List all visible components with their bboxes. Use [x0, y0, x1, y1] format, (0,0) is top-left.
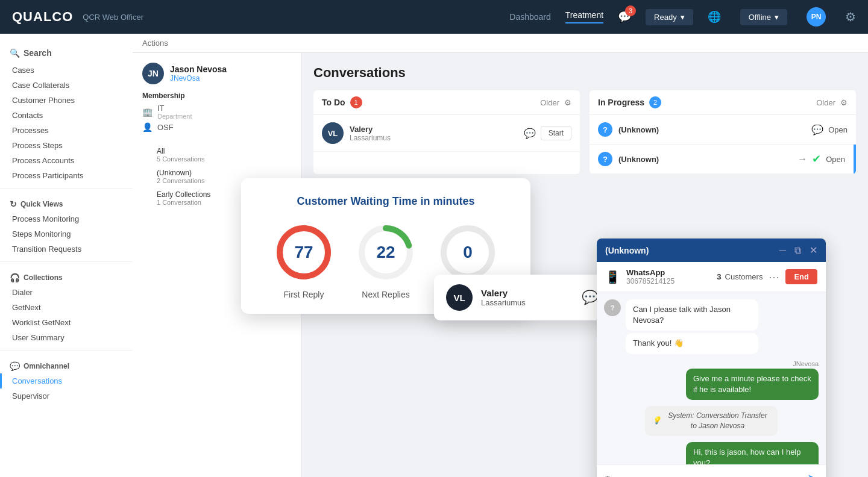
- msg-bubble-4: Hi, this is jason, how can I help you?: [686, 442, 819, 464]
- inprogress-item-q-2: ?: [598, 152, 612, 166]
- sidebar-item-worklist-getnext[interactable]: Worklist GetNext: [0, 315, 133, 330]
- inprogress-item-q-1: ?: [598, 122, 612, 137]
- msg-bubble-1: Can I please talk with Jason Nevosa?: [626, 299, 758, 331]
- message-system: 💡 System: Conversation Transfer to Jason…: [604, 406, 819, 436]
- role-icon: 👤: [142, 122, 153, 132]
- todo-older-label[interactable]: Older: [540, 98, 559, 107]
- sidebar-item-process-participants[interactable]: Process Participants: [0, 168, 133, 183]
- ready-button[interactable]: Ready ▾: [646, 9, 693, 25]
- inprogress-open-btn-1[interactable]: Open: [828, 125, 848, 134]
- todo-start-button-1[interactable]: Start: [541, 126, 571, 140]
- sidebar-item-processes[interactable]: Processes: [0, 123, 133, 138]
- filter-all-count: 5 Conversations: [157, 155, 277, 163]
- msg-avatar-1: ?: [604, 299, 621, 316]
- metric-circle-first-reply: 77: [274, 222, 334, 282]
- sidebar-item-user-summary[interactable]: User Summary: [0, 330, 133, 345]
- inprogress-open-btn-2[interactable]: Open: [826, 155, 845, 164]
- sidebar-item-transition-requests[interactable]: Transition Requests: [0, 242, 133, 257]
- chat-customers: 3 Customers: [717, 272, 763, 281]
- chat-messages: ? Can I please talk with Jason Nevosa? T…: [597, 292, 826, 464]
- conversations-columns: To Do 1 Older ⚙ VL Valery Lassariumus: [313, 90, 856, 174]
- customer-name: Jason Nevosa: [170, 64, 227, 74]
- todo-column: To Do 1 Older ⚙ VL Valery Lassariumus: [313, 90, 580, 174]
- app-logo: QUALCO: [12, 9, 73, 25]
- quick-views-label: Quick Views: [20, 200, 63, 208]
- inprogress-item-2[interactable]: ? (Unknown) → ✔ Open: [590, 145, 856, 174]
- message-2: JNevosa Give me a minute please to check…: [604, 360, 819, 400]
- chat-input-area: ➤: [597, 464, 826, 477]
- department-name: IT: [157, 104, 192, 113]
- sidebar-item-contacts[interactable]: Contacts: [0, 108, 133, 123]
- whatsapp-platform-icon: 📱: [605, 270, 620, 284]
- top-navigation: QUALCO QCR Web Officer Dashboard Treatme…: [0, 0, 868, 34]
- whatsapp-icon: ✔: [812, 152, 821, 166]
- customer-id: JNevOsa: [170, 74, 227, 83]
- chat-message-input[interactable]: [605, 474, 801, 478]
- translate-icon[interactable]: 🌐: [708, 10, 721, 23]
- metric-first-reply: 77 First Reply: [274, 222, 334, 299]
- sidebar-search[interactable]: 🔍 Search: [0, 43, 133, 63]
- customer-header: JN Jason Nevosa JNevOsa: [142, 63, 291, 84]
- metric-label-next-replies: Next Replies: [362, 290, 409, 299]
- inprogress-older-label[interactable]: Older: [816, 98, 835, 107]
- chat-header-info: WhatsApp 306785214125: [626, 268, 711, 285]
- nav-dashboard[interactable]: Dashboard: [509, 12, 551, 22]
- sidebar-item-process-monitoring[interactable]: Process Monitoring: [0, 211, 133, 226]
- filter-all[interactable]: All 5 Conversations: [142, 144, 291, 166]
- minimize-icon[interactable]: ─: [779, 245, 786, 256]
- filter-unknown-label: (Unknown): [157, 169, 277, 177]
- restore-icon[interactable]: ⧉: [794, 245, 801, 256]
- nav-messages[interactable]: 💬 3: [618, 10, 631, 23]
- sidebar-item-steps-monitoring[interactable]: Steps Monitoring: [0, 226, 133, 242]
- sidebar-main-section: Cases Case Collaterals Customer Phones C…: [0, 63, 133, 183]
- app-title: QCR Web Officer: [83, 13, 143, 22]
- sidebar-item-cases[interactable]: Cases: [0, 63, 133, 78]
- todo-item-actions-1: 💬 Start: [524, 126, 571, 140]
- popup-avatar: VL: [446, 284, 473, 311]
- inprogress-item-actions-2: → ✔ Open: [797, 152, 845, 166]
- todo-item-info-1: Valery Lassariumus: [350, 125, 391, 142]
- sidebar-item-process-steps[interactable]: Process Steps: [0, 138, 133, 153]
- send-button[interactable]: ➤: [807, 471, 817, 477]
- close-icon[interactable]: ✕: [810, 245, 817, 256]
- sidebar-item-getnext[interactable]: GetNext: [0, 300, 133, 315]
- omnichannel-label: Omnichannel: [24, 362, 69, 370]
- membership-section: Membership 🏢 IT Department 👤 OSF: [142, 92, 291, 132]
- metric-next-replies: 22 Next Replies: [356, 222, 416, 299]
- chat-titlebar: (Unknown) ─ ⧉ ✕: [597, 238, 826, 262]
- message-4: Hi, this is jason, how can I help you?: [604, 442, 819, 464]
- search-label: Search: [24, 48, 52, 58]
- todo-title: To Do: [322, 98, 345, 107]
- arrow-icon: →: [797, 154, 807, 164]
- inprogress-item-1[interactable]: ? (Unknown) 💬 Open: [590, 115, 856, 145]
- chat-end-button[interactable]: End: [785, 269, 817, 284]
- chat-phone-number: 306785214125: [626, 277, 711, 285]
- popup-name: Valery: [481, 288, 573, 298]
- offline-button[interactable]: Offline ▾: [740, 9, 787, 25]
- metric-value-first-reply: 77: [294, 243, 313, 262]
- settings-icon[interactable]: ⚙: [845, 10, 856, 24]
- todo-item-name-1: Valery: [350, 125, 391, 134]
- sidebar-item-conversations[interactable]: Conversations: [0, 373, 133, 388]
- inprogress-settings-icon[interactable]: ⚙: [840, 98, 848, 107]
- inprogress-item-info-1: (Unknown): [618, 125, 659, 134]
- sidebar-omnichannel-section: Conversations Supervisor: [0, 373, 133, 404]
- ready-chevron-icon: ▾: [681, 13, 685, 22]
- user-avatar-button[interactable]: PN: [807, 7, 826, 26]
- nav-treatment[interactable]: Treatment: [565, 10, 603, 23]
- sidebar-item-customer-phones[interactable]: Customer Phones: [0, 93, 133, 108]
- todo-settings-icon[interactable]: ⚙: [564, 98, 571, 107]
- todo-item-1[interactable]: VL Valery Lassariumus 💬 Start: [313, 115, 580, 152]
- sidebar-quick-views-group: ↻ Quick Views: [0, 193, 133, 211]
- sidebar-item-supervisor[interactable]: Supervisor: [0, 388, 133, 404]
- chat-menu-icon[interactable]: ⋯: [769, 270, 779, 284]
- sidebar-item-case-collaterals[interactable]: Case Collaterals: [0, 78, 133, 93]
- sidebar-item-process-accounts[interactable]: Process Accounts: [0, 153, 133, 168]
- msg-sender-2: JNevosa: [793, 360, 819, 367]
- inprogress-header: In Progress 2 Older ⚙: [590, 90, 856, 115]
- collections-label: Collections: [24, 273, 63, 282]
- actions-label[interactable]: Actions: [142, 39, 168, 48]
- offline-label: Offline: [749, 13, 771, 22]
- sidebar-item-dialer[interactable]: Dialer: [0, 285, 133, 300]
- role-name: OSF: [157, 123, 174, 132]
